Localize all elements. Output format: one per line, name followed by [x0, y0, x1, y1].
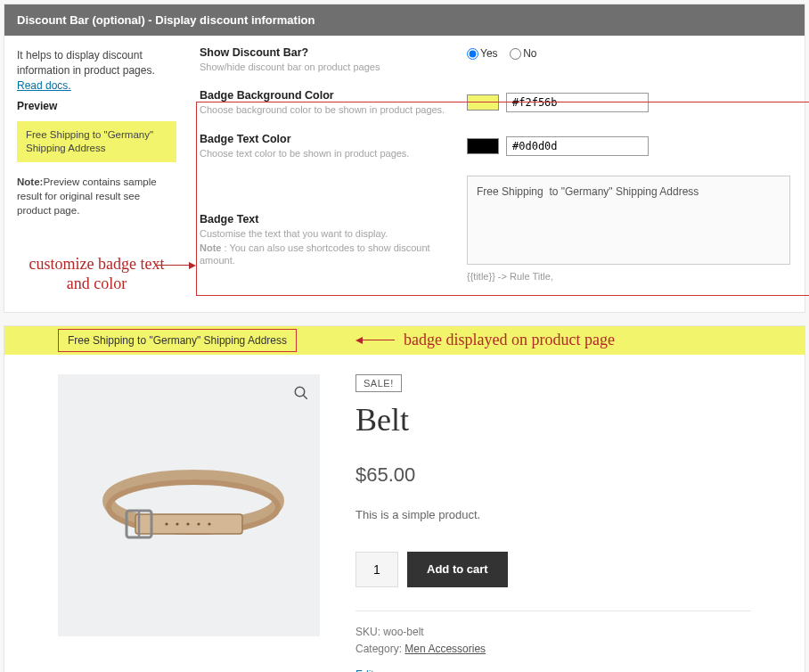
product-row: SALE! Belt $65.00 This is a simple produ… [58, 374, 751, 672]
category-link[interactable]: Men Accessories [404, 643, 486, 655]
settings-main: Show Discount Bar? Show/hide discount ba… [187, 36, 805, 312]
product-page-preview: Free Shipping to "Germany" Shipping Addr… [4, 325, 805, 672]
settings-sidebar: It helps to display discount information… [4, 36, 187, 312]
divider [355, 611, 751, 611]
product-image[interactable] [58, 374, 320, 636]
show-bar-help: Show/hide discount bar on product pages [200, 61, 449, 73]
add-to-cart-row: Add to cart [355, 552, 751, 587]
svg-point-10 [197, 522, 200, 525]
svg-line-1 [303, 395, 307, 399]
product-price: $65.00 [355, 463, 751, 487]
discount-badge-live: Free Shipping to "Germany" Shipping Addr… [58, 329, 297, 352]
svg-point-9 [186, 522, 189, 525]
shortcode-hint: {{title}} -> Rule Title, [467, 271, 790, 282]
preview-note: Note:Preview contains sample result for … [17, 175, 176, 217]
product-info: SALE! Belt $65.00 This is a simple produ… [355, 374, 751, 672]
preview-label: Preview [17, 100, 176, 112]
row-badge-text: Badge Text Customise the text that you w… [200, 176, 790, 282]
discount-bar-panel: Discount Bar (optional) - Display discou… [4, 4, 805, 313]
row-bg-color: Badge Background Color Choose background… [200, 89, 790, 116]
product-meta: SKU: woo-belt Category: Men Accessories [355, 624, 751, 658]
badge-preview: Free Shipping to "Germany" Shipping Addr… [17, 121, 176, 162]
text-color-help: Choose text color to be shown in product… [200, 147, 449, 160]
panel-body: It helps to display discount information… [4, 36, 805, 312]
radio-yes[interactable]: Yes [467, 47, 498, 60]
badge-text-label: Badge Text [200, 213, 449, 225]
badge-text-help2: Note : You can also use shortcodes to sh… [200, 242, 449, 267]
bg-color-help: Choose background color to be shown in p… [200, 103, 449, 116]
show-bar-label: Show Discount Bar? [200, 46, 449, 59]
product-title: Belt [355, 401, 751, 438]
arrow-icon [359, 340, 395, 340]
badge-text-help1: Customise the text that you want to disp… [200, 227, 449, 240]
sidebar-help: It helps to display discount information… [17, 48, 176, 93]
text-color-input[interactable] [506, 136, 649, 156]
svg-point-11 [208, 522, 210, 525]
row-show-bar: Show Discount Bar? Show/hide discount ba… [200, 46, 790, 73]
belt-illustration [86, 443, 291, 568]
radio-no[interactable]: No [510, 47, 536, 60]
read-docs-link[interactable]: Read docs. [17, 79, 71, 92]
add-to-cart-button[interactable]: Add to cart [407, 552, 508, 587]
discount-bar-live: Free Shipping to "Germany" Shipping Addr… [4, 326, 805, 355]
svg-point-8 [176, 522, 178, 525]
annotation-displayed: badge displayed on product page [359, 331, 615, 349]
sku-value: woo-belt [383, 626, 423, 638]
product-description: This is a simple product. [355, 508, 751, 521]
sale-badge: SALE! [355, 374, 402, 392]
edit-link[interactable]: Edit [355, 668, 374, 672]
bg-color-label: Badge Background Color [200, 89, 449, 102]
badge-text-textarea[interactable] [467, 176, 790, 265]
magnify-icon[interactable] [293, 385, 309, 401]
svg-point-7 [165, 522, 168, 525]
quantity-input[interactable] [355, 552, 398, 587]
annotation-customize: customize badge text and color [17, 254, 176, 294]
text-color-swatch[interactable] [467, 138, 499, 154]
svg-point-0 [295, 387, 305, 397]
panel-title: Discount Bar (optional) - Display discou… [4, 4, 805, 36]
row-text-color: Badge Text Color Choose text color to be… [200, 133, 790, 160]
text-color-label: Badge Text Color [200, 133, 449, 145]
bg-color-input[interactable] [506, 93, 649, 112]
bg-color-swatch[interactable] [467, 94, 499, 111]
